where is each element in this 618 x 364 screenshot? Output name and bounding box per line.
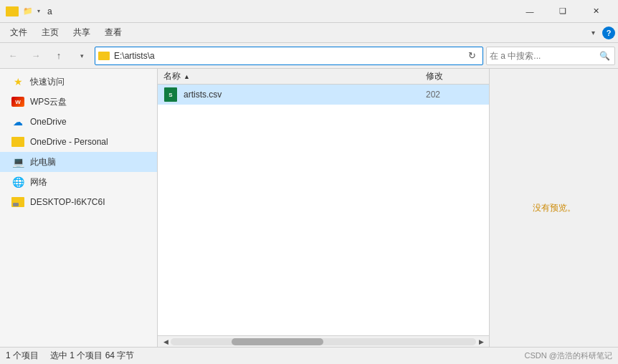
sidebar: ★ 快速访问 W WPS云盘 ☁ OneDrive OneDrive - Per… xyxy=(0,69,158,347)
sidebar-label-quick-access: 快速访问 xyxy=(30,76,65,88)
watermark-text: CSDN @浩浩的科研笔记 xyxy=(525,350,612,361)
search-input[interactable] xyxy=(490,51,597,61)
menu-home[interactable]: 主页 xyxy=(34,24,66,42)
quick-access-dropdown[interactable]: ▾ xyxy=(37,8,40,14)
desktop-folder-icon xyxy=(11,196,24,209)
refresh-button[interactable]: ↻ xyxy=(464,48,480,64)
scroll-right-button[interactable]: ▶ xyxy=(476,337,486,347)
up-button[interactable]: ↑ xyxy=(49,46,69,66)
file-list-header: 名称 ▲ 修改 xyxy=(158,69,489,85)
menu-bar: 文件 主页 共享 查看 ▾ ? xyxy=(0,23,618,43)
recent-button[interactable]: ▾ xyxy=(72,46,92,66)
sidebar-item-onedrive[interactable]: ☁ OneDrive xyxy=(0,112,157,132)
status-bar: 1 个项目 选中 1 个项目 64 字节 CSDN @浩浩的科研笔记 xyxy=(0,347,618,364)
no-preview-text: 没有预览。 xyxy=(533,202,576,214)
sidebar-label-network: 网络 xyxy=(30,176,47,188)
search-bar[interactable]: 🔍 xyxy=(486,47,615,65)
status-left: 1 个项目 选中 1 个项目 64 字节 xyxy=(6,350,525,362)
window-controls: — ❑ ✕ xyxy=(513,0,612,23)
file-panel: 名称 ▲ 修改 S artists.csv 202 ◀ ▶ xyxy=(158,69,489,347)
menu-file[interactable]: 文件 xyxy=(3,24,34,42)
scroll-left-button[interactable]: ◀ xyxy=(161,337,171,347)
sidebar-label-desktop: DESKTOP-I6K7C6I xyxy=(30,197,105,207)
sidebar-item-this-pc[interactable]: 💻 此电脑 xyxy=(0,152,157,172)
sidebar-label-onedrive: OneDrive xyxy=(30,117,67,127)
menu-view[interactable]: 查看 xyxy=(98,24,129,42)
title-folder-icon xyxy=(6,6,19,16)
search-icon[interactable]: 🔍 xyxy=(597,49,612,63)
address-bar[interactable]: ↻ xyxy=(95,47,483,65)
file-name: artists.csv xyxy=(184,90,420,100)
sort-arrow-icon: ▲ xyxy=(184,73,190,80)
csv-file-icon: S xyxy=(163,87,178,102)
sidebar-label-onedrive-personal: OneDrive - Personal xyxy=(30,137,108,147)
sidebar-item-quick-access[interactable]: ★ 快速访问 xyxy=(0,72,157,92)
forward-button[interactable]: → xyxy=(26,46,46,66)
save-icon[interactable]: 📁 xyxy=(20,4,36,19)
main-content: ★ 快速访问 W WPS云盘 ☁ OneDrive OneDrive - Per… xyxy=(0,69,618,347)
sidebar-label-this-pc: 此电脑 xyxy=(30,156,56,168)
close-button[interactable]: ✕ xyxy=(579,0,612,23)
sidebar-item-desktop[interactable]: DESKTOP-I6K7C6I xyxy=(0,192,157,212)
status-right: CSDN @浩浩的科研笔记 xyxy=(525,350,612,361)
horizontal-scrollbar[interactable]: ◀ ▶ xyxy=(158,335,489,347)
quick-access-toolbar: 📁 ▾ xyxy=(6,4,40,19)
sidebar-item-network[interactable]: 🌐 网络 xyxy=(0,172,157,192)
column-modified[interactable]: 修改 xyxy=(426,70,483,82)
column-name[interactable]: 名称 ▲ xyxy=(163,70,426,82)
folder-icon xyxy=(11,135,24,148)
address-input[interactable] xyxy=(114,51,464,61)
title-bar: 📁 ▾ a — ❑ ✕ xyxy=(0,0,618,23)
title-bar-left: 📁 ▾ a xyxy=(6,4,52,19)
onedrive-icon: ☁ xyxy=(11,115,24,128)
toolbar: ← → ↑ ▾ ↻ 🔍 xyxy=(0,43,618,69)
scrollbar-thumb[interactable] xyxy=(232,338,323,345)
menu-share[interactable]: 共享 xyxy=(66,24,98,42)
item-count: 1 个项目 xyxy=(6,350,39,362)
star-icon: ★ xyxy=(11,75,24,88)
address-folder-icon xyxy=(98,52,110,60)
restore-button[interactable]: ❑ xyxy=(546,0,579,23)
sidebar-item-onedrive-personal[interactable]: OneDrive - Personal xyxy=(0,132,157,152)
sidebar-item-wps[interactable]: W WPS云盘 xyxy=(0,92,157,112)
sidebar-label-wps: WPS云盘 xyxy=(30,96,67,108)
selected-count: 选中 1 个项目 64 字节 xyxy=(50,350,134,362)
table-row[interactable]: S artists.csv 202 xyxy=(158,85,489,105)
minimize-button[interactable]: — xyxy=(513,0,546,23)
scrollbar-track[interactable] xyxy=(171,338,476,345)
wps-icon: W xyxy=(11,95,24,108)
network-icon: 🌐 xyxy=(11,176,24,188)
file-modified-date: 202 xyxy=(426,90,483,100)
ribbon-collapse-icon[interactable]: ▾ xyxy=(586,27,599,39)
file-list-body: S artists.csv 202 xyxy=(158,85,489,335)
window-title: a xyxy=(47,6,52,16)
preview-panel: 没有预览。 xyxy=(489,69,618,347)
pc-icon: 💻 xyxy=(11,155,24,168)
help-button[interactable]: ? xyxy=(602,27,615,39)
back-button[interactable]: ← xyxy=(3,46,23,66)
